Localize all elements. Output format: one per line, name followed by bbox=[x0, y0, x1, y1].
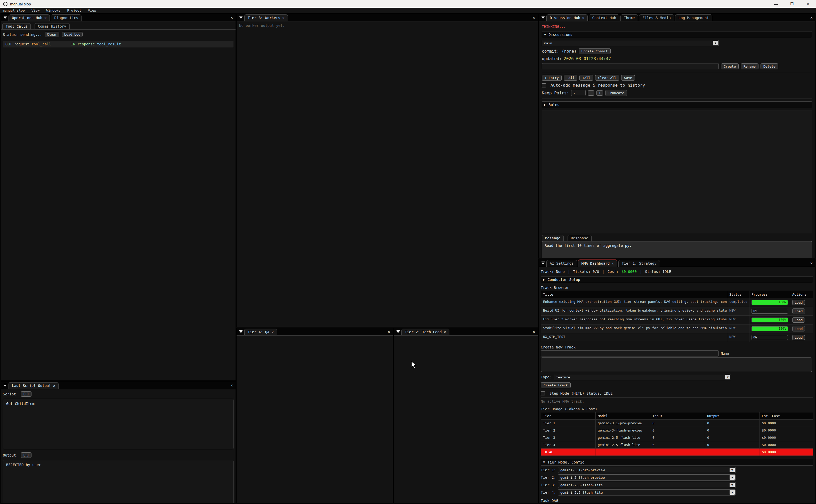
load-track-button[interactable]: Load bbox=[792, 300, 805, 305]
dock-menu-icon[interactable] bbox=[541, 16, 545, 19]
load-log-button[interactable]: Load Log bbox=[62, 32, 83, 37]
minimize-button[interactable]: — bbox=[768, 0, 784, 8]
conductor-setup-label: Conductor Setup bbox=[547, 278, 580, 282]
tab-tier4-qa[interactable]: Tier 4: QA✕ bbox=[244, 329, 277, 335]
dock-menu-icon[interactable] bbox=[3, 16, 7, 19]
dock-menu-icon[interactable] bbox=[541, 262, 545, 264]
menu-project[interactable]: Project bbox=[67, 9, 81, 12]
keep-pairs-minus-button[interactable]: - bbox=[588, 90, 594, 96]
menu-view[interactable]: View bbox=[31, 9, 39, 12]
track-name-input[interactable] bbox=[541, 350, 719, 356]
panel-close-icon[interactable]: ✕ bbox=[808, 261, 815, 265]
close-button[interactable]: ✕ bbox=[800, 0, 816, 8]
tab-tier3-workers[interactable]: Tier 3: Workers✕ bbox=[244, 14, 288, 21]
track-row[interactable]: Build UI for context window utilization,… bbox=[541, 307, 813, 316]
discussion-select[interactable]: main ▼ bbox=[542, 40, 719, 46]
track-row[interactable]: Enhance existing MMA orchestration GUI: … bbox=[541, 298, 813, 307]
tab-last-script-output[interactable]: Last Script Output✕ bbox=[9, 382, 59, 389]
tab-theme[interactable]: Theme bbox=[620, 14, 638, 21]
tab-files-media[interactable]: Files & Media bbox=[639, 14, 674, 21]
tier2-model-select[interactable]: gemini-3-flash-preview ▼ bbox=[558, 474, 736, 481]
script-expand-button[interactable]: [+] bbox=[21, 391, 31, 397]
panel-close-icon[interactable]: ✕ bbox=[530, 15, 538, 20]
tool-call-log-row[interactable]: OUT request tool_call IN response tool_r… bbox=[3, 41, 233, 47]
create-track-button[interactable]: Create Track bbox=[541, 382, 571, 388]
subtab-comms-history[interactable]: Comms History bbox=[35, 23, 70, 29]
keep-pairs-plus-button[interactable]: + bbox=[596, 90, 603, 96]
clear-all-button[interactable]: Clear All bbox=[595, 75, 619, 81]
expand-all-button[interactable]: +All bbox=[579, 75, 593, 81]
panel-close-icon[interactable]: ✕ bbox=[385, 329, 393, 334]
tab-close-icon[interactable]: ✕ bbox=[582, 16, 584, 20]
discussion-name-input[interactable] bbox=[542, 63, 719, 69]
message-textarea[interactable]: Read the first 10 lines of aggregate.py. bbox=[542, 241, 812, 258]
menu-view-2[interactable]: View bbox=[88, 9, 96, 12]
output-expand-button[interactable]: [+] bbox=[21, 452, 31, 458]
tab-operations-hub[interactable]: Operations Hub✕ bbox=[9, 14, 50, 21]
tab-response[interactable]: Response bbox=[568, 235, 592, 241]
save-button[interactable]: Save bbox=[621, 75, 635, 81]
clear-button[interactable]: Clear bbox=[45, 32, 59, 37]
tab-close-icon[interactable]: ✕ bbox=[444, 330, 446, 334]
track-row[interactable]: UX_SIM_TEST NEW 0% Load bbox=[541, 333, 813, 342]
tab-tier1-strategy[interactable]: Tier 1: Strategy bbox=[618, 260, 660, 267]
tab-message[interactable]: Message bbox=[542, 235, 564, 241]
history-list-area[interactable] bbox=[542, 110, 812, 233]
tab-mma-dashboard[interactable]: MMA Dashboard✕ bbox=[578, 259, 617, 267]
menu-manual-slop[interactable]: manual slop bbox=[3, 9, 25, 12]
tab-close-icon[interactable]: ✕ bbox=[44, 16, 46, 20]
track-title: Enhance existing MMA orchestration GUI: … bbox=[541, 298, 727, 307]
tab-context-hub[interactable]: Context Hub bbox=[589, 14, 619, 21]
dock-menu-icon[interactable] bbox=[3, 384, 7, 387]
track-row[interactable]: Fix Tier 3 worker responses not reaching… bbox=[541, 316, 813, 324]
tab-close-icon[interactable]: ✕ bbox=[612, 261, 614, 265]
panel-close-icon[interactable]: ✕ bbox=[808, 15, 815, 20]
tab-tier2-tech-lead[interactable]: Tier 2: Tech Lead✕ bbox=[401, 329, 449, 335]
tier3-model-select[interactable]: gemini-2.5-flash-lite ▼ bbox=[558, 482, 736, 488]
menu-windows[interactable]: Windows bbox=[46, 9, 60, 12]
roles-section-header[interactable]: ▶ Roles bbox=[542, 101, 812, 108]
output-text-box[interactable]: REJECTED by user bbox=[3, 460, 233, 503]
commit-label: commit: (none) bbox=[542, 49, 577, 54]
load-track-button[interactable]: Load bbox=[792, 317, 805, 323]
maximize-button[interactable]: ☐ bbox=[784, 0, 800, 8]
load-track-button[interactable]: Load bbox=[792, 335, 805, 340]
tab-discussion-hub[interactable]: Discussion Hub✕ bbox=[546, 14, 588, 21]
load-track-button[interactable]: Load bbox=[792, 308, 805, 314]
delete-button[interactable]: Delete bbox=[761, 63, 778, 69]
track-description-textarea[interactable] bbox=[541, 357, 812, 372]
track-row[interactable]: Stabilize visual_sim_mma_v2.py and mock_… bbox=[541, 324, 813, 333]
keep-pairs-input[interactable]: 2 bbox=[571, 90, 586, 96]
tab-close-icon[interactable]: ✕ bbox=[282, 16, 284, 20]
dock-menu-icon[interactable] bbox=[239, 16, 243, 19]
tier4-model-select[interactable]: gemini-2.5-flash-lite ▼ bbox=[558, 489, 736, 495]
script-text-box[interactable]: Get-ChildItem bbox=[3, 399, 233, 449]
tier1-model-select[interactable]: gemini-3.1-pro-preview ▼ bbox=[558, 467, 736, 473]
subtab-tool-calls[interactable]: Tool Calls bbox=[2, 23, 31, 29]
load-track-button[interactable]: Load bbox=[792, 326, 805, 331]
conductor-setup-header[interactable]: ▶ Conductor Setup bbox=[541, 276, 813, 283]
tab-close-icon[interactable]: ✕ bbox=[53, 384, 55, 388]
truncate-button[interactable]: Truncate bbox=[605, 90, 627, 96]
tab-log-management[interactable]: Log Management bbox=[675, 14, 712, 21]
step-mode-checkbox[interactable] bbox=[541, 391, 545, 395]
task-dag-label: Task DAG bbox=[541, 499, 813, 503]
panel-close-icon[interactable]: ✕ bbox=[228, 15, 236, 20]
progress-bar: 0% bbox=[752, 309, 788, 314]
panel-close-icon[interactable]: ✕ bbox=[530, 329, 538, 334]
tier-model-config-header[interactable]: ▼ Tier Model Config bbox=[541, 459, 813, 466]
update-commit-button[interactable]: Update Commit bbox=[579, 48, 611, 54]
tab-close-icon[interactable]: ✕ bbox=[271, 330, 273, 334]
dock-menu-icon[interactable] bbox=[239, 330, 243, 333]
track-type-select[interactable]: feature ▼ bbox=[554, 374, 731, 380]
discussions-section-header[interactable]: ▼ Discussions bbox=[542, 31, 812, 38]
tab-ai-settings[interactable]: AI Settings bbox=[546, 260, 577, 267]
tab-diagnostics[interactable]: Diagnostics bbox=[51, 14, 82, 21]
panel-close-icon[interactable]: ✕ bbox=[228, 383, 236, 388]
autoadd-checkbox[interactable] bbox=[542, 83, 546, 87]
collapse-all-button[interactable]: -All bbox=[564, 75, 577, 81]
dock-menu-icon[interactable] bbox=[396, 330, 400, 333]
create-button[interactable]: Create bbox=[721, 63, 739, 69]
rename-button[interactable]: Rename bbox=[741, 63, 758, 69]
add-entry-button[interactable]: + Entry bbox=[542, 75, 562, 81]
